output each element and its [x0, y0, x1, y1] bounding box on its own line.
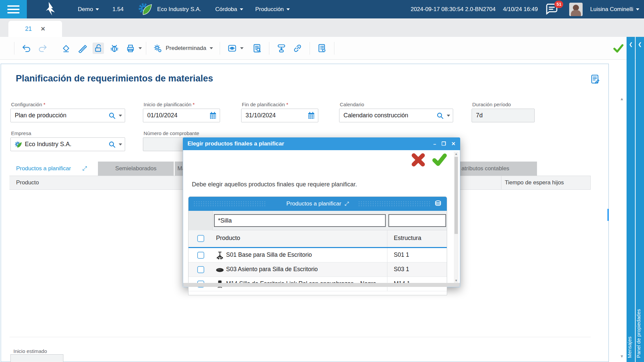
- database-icon[interactable]: [434, 200, 442, 208]
- search-icon[interactable]: [108, 140, 116, 148]
- fin-field[interactable]: [241, 109, 318, 122]
- document-search-button[interactable]: [251, 43, 263, 54]
- product-structure: S01 1: [394, 251, 409, 258]
- table-row[interactable]: S03 Asiento para Silla de Escritorio S03…: [189, 262, 447, 277]
- hierarchy-flow-button[interactable]: [276, 43, 287, 54]
- table-row[interactable]: S01 Base para Silla de Escritorio S01 1: [189, 248, 447, 262]
- user-menu[interactable]: Luisina Cominelli: [590, 6, 639, 13]
- empresa-field[interactable]: [10, 137, 125, 151]
- collapse-chevron-icon[interactable]: ❮: [627, 42, 635, 47]
- dialog-accept-button[interactable]: [431, 152, 447, 168]
- hamburger-menu-button[interactable]: [0, 0, 27, 18]
- branch-selector[interactable]: Córdoba: [215, 6, 243, 13]
- dialog-cancel-button[interactable]: [411, 152, 426, 168]
- preview-options-caret[interactable]: [240, 47, 244, 49]
- configuracion-input[interactable]: [15, 112, 106, 119]
- link-button[interactable]: [292, 43, 303, 54]
- producto-filter-input[interactable]: [214, 214, 386, 227]
- company-name: Eco Industry S.A.: [157, 6, 201, 13]
- product-structure: S03 1: [394, 266, 409, 273]
- close-icon[interactable]: ✕: [451, 141, 455, 147]
- dialog-resize-strip: [183, 283, 460, 287]
- empresa-dropdown-caret[interactable]: [119, 143, 122, 145]
- minimize-icon[interactable]: –: [433, 141, 436, 147]
- col-estructura: Estructura: [394, 235, 421, 242]
- profile-selector[interactable]: Predeterminada: [153, 44, 213, 53]
- dialog-body: Debe elegir aquellos productos finales q…: [183, 150, 460, 287]
- inicio-input[interactable]: [147, 112, 207, 119]
- unlock-button[interactable]: [93, 43, 104, 54]
- row-checkbox[interactable]: [197, 252, 204, 259]
- maximize-icon[interactable]: ❐: [441, 141, 446, 147]
- fin-input[interactable]: [246, 112, 305, 119]
- bird-logo-icon: [44, 1, 62, 17]
- productos-panel-header[interactable]: Productos a planificar ⤢: [189, 197, 447, 211]
- design-pencil-ruler-button[interactable]: [76, 43, 88, 54]
- module-selector[interactable]: Producción: [255, 6, 290, 13]
- collapse-chevron-icon[interactable]: ❮: [636, 42, 644, 47]
- preview-eye-button[interactable]: [226, 43, 238, 54]
- app-window: Demo 1.54 Eco Industry S.A. Córdoba Prod…: [0, 0, 644, 362]
- document-tab-21[interactable]: 21 ✕: [8, 21, 62, 37]
- build-info-label: 2024-09-17 08:30:54 2.0-BN2704: [411, 6, 495, 13]
- content-scrollbar-thumb[interactable]: [607, 209, 609, 221]
- product-name: S03 Asiento para Silla de Escritorio: [226, 266, 318, 273]
- empresa-input[interactable]: [25, 141, 106, 148]
- grid-col-producto: Producto: [16, 179, 39, 186]
- dialog-title: Elegir productos finales a planificar: [187, 140, 284, 147]
- settings-gear-icon: [153, 44, 162, 53]
- calendario-dropdown-caret[interactable]: [447, 115, 450, 117]
- elegir-productos-dialog: Elegir productos finales a planificar – …: [183, 137, 460, 287]
- scroll-up-icon[interactable]: ▲: [454, 152, 459, 156]
- calendar-icon[interactable]: [307, 112, 315, 120]
- calendar-icon[interactable]: [209, 112, 217, 120]
- tab-semielaborados[interactable]: Semielaborados: [98, 162, 174, 176]
- user-avatar[interactable]: [569, 3, 583, 16]
- print-options-caret[interactable]: [139, 47, 142, 49]
- propiedades-rail[interactable]: ❮ Panel de propiedades: [636, 37, 644, 362]
- expand-icon[interactable]: ⤢: [82, 165, 87, 172]
- search-icon[interactable]: [436, 112, 444, 120]
- expand-icon[interactable]: ⤢: [344, 201, 349, 207]
- col-producto: Producto: [216, 235, 240, 242]
- debug-bug-button[interactable]: [109, 43, 120, 54]
- form-info-icon[interactable]: [590, 74, 600, 84]
- company-logo-icon: [138, 2, 152, 17]
- close-tab-icon[interactable]: ✕: [41, 25, 45, 33]
- search-icon[interactable]: [108, 112, 116, 120]
- tab-productos-a-planificar[interactable]: Productos a planificar⤢: [9, 162, 97, 176]
- comprobante-label: Número de comprobante: [144, 130, 199, 136]
- estructura-filter-input[interactable]: [388, 214, 446, 227]
- row-checkbox[interactable]: [197, 266, 204, 273]
- confirm-button[interactable]: [612, 43, 624, 54]
- inicio-label: Inicio de planificación*: [144, 102, 195, 107]
- dialog-message: Debe elegir aquellos productos finales q…: [192, 181, 357, 188]
- calendario-label: Calendario: [340, 102, 364, 107]
- dialog-scrollbar-thumb[interactable]: [454, 157, 458, 234]
- clear-eraser-button[interactable]: [60, 43, 72, 54]
- inicio-estimado-label: Inicio estimado: [13, 348, 47, 354]
- configuracion-dropdown-caret[interactable]: [119, 115, 122, 117]
- dialog-title-bar[interactable]: Elegir productos finales a planificar – …: [183, 137, 460, 150]
- mensajes-rail[interactable]: ❮ Mensajes: [627, 37, 635, 362]
- configuracion-field[interactable]: [10, 109, 125, 122]
- company-logo-icon: [15, 141, 22, 148]
- scroll-up-icon[interactable]: ▲: [618, 95, 626, 103]
- scroll-down-icon[interactable]: ▼: [618, 353, 626, 360]
- redo-button[interactable]: [37, 43, 48, 54]
- filter-row: [189, 211, 447, 230]
- clear-list-button[interactable]: [316, 43, 328, 54]
- print-button[interactable]: [125, 43, 136, 54]
- calendario-input[interactable]: [343, 112, 434, 119]
- dialog-scrollbar[interactable]: ▲ ▼: [454, 152, 459, 283]
- inicio-field[interactable]: [143, 109, 220, 122]
- select-all-checkbox[interactable]: [197, 235, 204, 242]
- undo-button[interactable]: [21, 43, 32, 54]
- notification-count-badge: 51: [554, 1, 563, 8]
- environment-selector[interactable]: Demo: [78, 6, 99, 13]
- scroll-down-icon[interactable]: ▼: [454, 279, 459, 282]
- notifications-button[interactable]: 51: [545, 3, 558, 16]
- page-title: Planificación de requerimientos de mater…: [16, 73, 213, 84]
- chair-seat-icon: [215, 265, 224, 274]
- calendario-field[interactable]: [339, 109, 453, 122]
